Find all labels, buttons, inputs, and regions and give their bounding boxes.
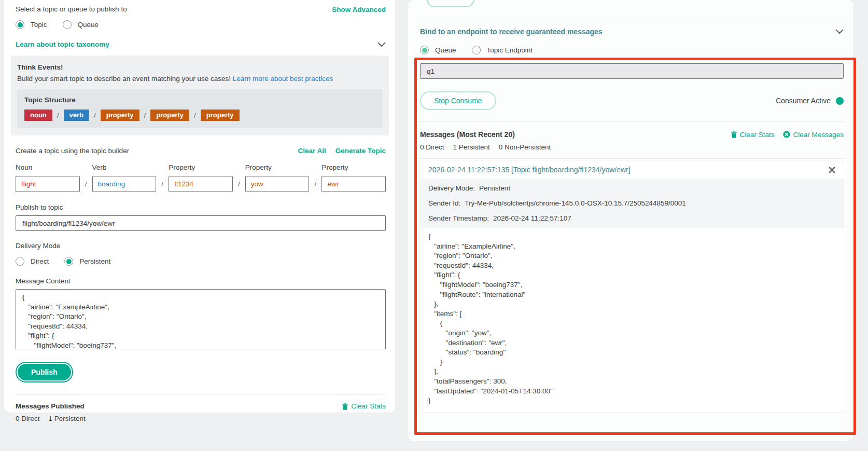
stop-consume-button[interactable]: Stop Consume <box>420 91 496 110</box>
trash-icon <box>731 131 737 138</box>
taxonomy-link[interactable]: Learn about topic taxonomy <box>16 40 109 48</box>
builder-field-label: Property <box>169 163 233 171</box>
builder-field-label: Verb <box>92 163 157 171</box>
builder-title: Create a topic using the topic builder <box>16 147 129 155</box>
think-events-title: Think Events! <box>17 63 383 71</box>
property-input-1[interactable] <box>169 176 233 192</box>
subscriber-divider-list <box>420 158 844 159</box>
trash-icon <box>342 403 348 410</box>
builder-field-property-3: Property <box>321 163 386 192</box>
clear-messages-link[interactable]: Clear Messages <box>783 131 844 139</box>
meta-label: Delivery Mode: <box>428 184 475 192</box>
messages-header-row: Messages (Most Recent 20) Clear Stats Cl… <box>420 130 844 139</box>
subscriber-divider-top <box>420 20 844 20</box>
builder-field-label: Property <box>321 163 386 171</box>
radio-endpoint-queue-control[interactable] <box>420 46 429 54</box>
close-icon[interactable] <box>829 167 835 173</box>
meta-value: Try-Me-Pub/solclientjs/chrome-145.0.0-OS… <box>465 199 686 207</box>
stat-persistent: 1 Persistent <box>49 415 86 422</box>
meta-sender-timestamp: Sender Timestamp: 2026-02-24 11:22:57:10… <box>420 211 844 226</box>
show-advanced-link[interactable]: Show Advanced <box>332 6 386 13</box>
message-metadata: Delivery Mode: Persistent Sender Id: Try… <box>420 179 844 228</box>
meta-label: Sender Id: <box>428 199 460 207</box>
radio-queue-control[interactable] <box>63 20 72 29</box>
chevron-down-icon[interactable] <box>377 42 386 47</box>
badge-verb: verb <box>64 110 89 121</box>
badge-noun: noun <box>24 110 52 121</box>
radio-direct-control[interactable] <box>16 257 24 266</box>
publisher-panel: Select a topic or queue to publish to Sh… <box>4 0 395 413</box>
radio-topic-control[interactable] <box>16 20 24 29</box>
stat-direct: 0 Direct <box>420 143 444 151</box>
noun-input[interactable] <box>16 176 80 192</box>
radio-persistent[interactable]: Persistent <box>64 257 110 266</box>
received-message-card: 2026-02-24 11:22:57:135 [Topic flight/bo… <box>420 160 844 412</box>
clear-all-link[interactable]: Clear All <box>298 147 326 155</box>
topic-input[interactable] <box>16 215 386 231</box>
badge-separator: / <box>94 112 96 119</box>
message-content-label: Message Content <box>16 277 386 285</box>
builder-field-property-2: Property <box>245 163 310 192</box>
partial-button-cutoff[interactable] <box>427 0 474 7</box>
builder-field-label: Noun <box>16 163 80 171</box>
builder-separator: / <box>80 180 92 192</box>
radio-topic-endpoint-control[interactable] <box>472 46 481 54</box>
builder-field-label: Property <box>245 163 310 171</box>
think-events-text: Build your smart topic to describe an ev… <box>17 75 231 83</box>
publish-to-topic-label: Publish to topic <box>16 203 386 211</box>
badge-separator: / <box>194 112 196 119</box>
radio-queue[interactable]: Queue <box>63 20 99 29</box>
property-input-2[interactable] <box>245 176 310 192</box>
badge-separator: / <box>144 112 146 119</box>
best-practices-link[interactable]: Learn more about best practices <box>233 75 333 83</box>
subscriber-panel: Bind to an endpoint to receive guarantee… <box>408 0 853 441</box>
try-me-page: Select a topic or queue to publish to Sh… <box>0 0 868 451</box>
message-timestamp-link[interactable]: 2026-02-24 11:22:57:135 [Topic flight/bo… <box>428 166 631 174</box>
consumer-status: Consumer Active <box>776 97 844 105</box>
radio-persistent-label: Persistent <box>79 257 110 265</box>
builder-field-noun: Noun <box>16 163 80 192</box>
queue-name-input[interactable] <box>420 63 844 79</box>
think-events-box: Think Events! Build your smart topic to … <box>11 56 389 135</box>
subscriber-divider-mid <box>420 121 844 122</box>
messages-title: Messages (Most Recent 20) <box>420 130 515 139</box>
bind-endpoint-heading: Bind to an endpoint to receive guarantee… <box>420 28 603 36</box>
message-payload: { "airline": "ExampleAirline", "region":… <box>420 228 844 412</box>
messages-published-title: Messages Published <box>16 402 85 410</box>
badge-property: property <box>150 110 189 121</box>
property-input-3[interactable] <box>321 176 386 192</box>
builder-separator: / <box>156 180 169 192</box>
published-stats-values: 0 Direct 1 Persistent <box>16 415 386 422</box>
message-content-textarea[interactable]: { "airline": "ExampleAirline", "region":… <box>16 289 386 349</box>
clear-stats-label: Clear Stats <box>351 402 386 410</box>
taxonomy-row: Learn about topic taxonomy <box>16 40 386 48</box>
radio-direct-label: Direct <box>31 257 49 265</box>
builder-field-verb: Verb <box>92 163 157 192</box>
think-events-body: Build your smart topic to describe an ev… <box>17 75 383 83</box>
verb-input[interactable] <box>92 176 157 192</box>
stat-non-persistent: 0 Non-Persistent <box>499 143 551 151</box>
meta-value: Persistent <box>479 184 510 192</box>
radio-persistent-control[interactable] <box>64 257 73 266</box>
delivery-mode-radio-group: Direct Persistent <box>16 257 386 266</box>
circled-x-icon <box>783 131 790 138</box>
stat-persistent: 1 Persistent <box>453 143 490 151</box>
consumer-status-label: Consumer Active <box>776 97 831 105</box>
destination-radio-group: Topic Queue <box>16 20 386 29</box>
publish-button[interactable]: Publish <box>17 363 72 381</box>
clear-stats-label: Clear Stats <box>740 131 775 139</box>
builder-separator: / <box>309 180 321 192</box>
chevron-down-icon[interactable] <box>835 29 844 34</box>
published-stats-header: Messages Published Clear Stats <box>16 402 386 410</box>
publisher-clear-stats-link[interactable]: Clear Stats <box>342 402 386 410</box>
radio-direct[interactable]: Direct <box>16 257 49 266</box>
bind-header-row: Bind to an endpoint to receive guarantee… <box>420 28 844 36</box>
generate-topic-link[interactable]: Generate Topic <box>335 147 386 155</box>
consume-row: Stop Consume Consumer Active <box>420 91 844 110</box>
builder-field-property-1: Property <box>169 163 233 192</box>
radio-topic-endpoint[interactable]: Topic Endpoint <box>472 46 533 54</box>
radio-endpoint-queue[interactable]: Queue <box>420 46 456 54</box>
badge-separator: / <box>57 112 59 119</box>
subscriber-clear-stats-link[interactable]: Clear Stats <box>731 131 775 139</box>
radio-topic[interactable]: Topic <box>16 20 47 29</box>
